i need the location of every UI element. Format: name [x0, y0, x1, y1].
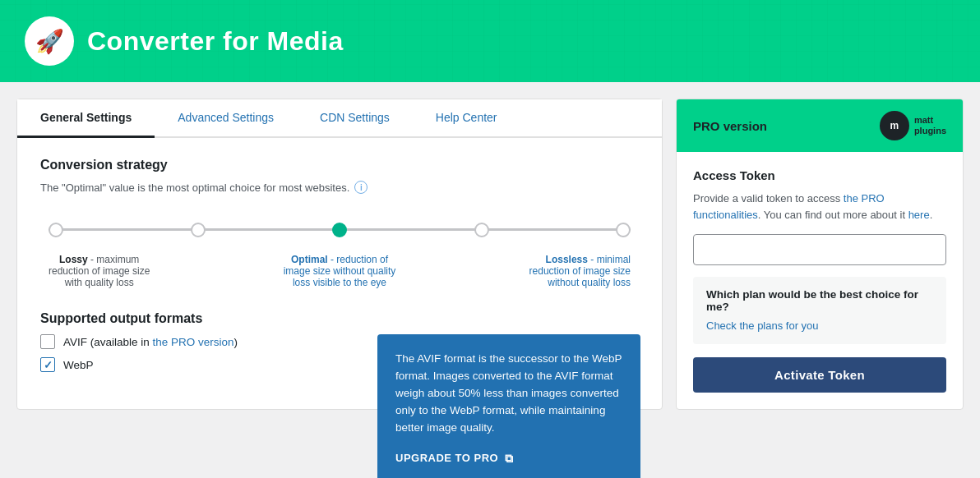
- pro-panel-header: PRO version m mattplugins: [677, 99, 963, 152]
- pro-version-link[interactable]: the PRO version: [153, 336, 234, 348]
- matt-circle-icon: m: [880, 111, 909, 140]
- info-icon[interactable]: i: [354, 181, 368, 194]
- formats-title: Supported output formats: [40, 311, 639, 326]
- slider-label-lossless: Lossless - minimalreduction of image siz…: [529, 254, 631, 288]
- access-token-desc: Provide a valid token to access the PRO …: [693, 191, 946, 223]
- upgrade-label: UPGRADE TO PRO: [395, 450, 498, 467]
- main-container: General Settings Advanced Settings CDN S…: [0, 82, 980, 426]
- conversion-slider[interactable]: Lossy - maximumreduction of image sizewi…: [40, 212, 639, 288]
- matt-plugins-text: mattplugins: [914, 115, 946, 136]
- slider-dot-lossy[interactable]: [49, 223, 63, 237]
- format-item-webp: ✓ WebP: [40, 357, 238, 372]
- format-item-avif: AVIF (available in the PRO version): [40, 334, 238, 349]
- conversion-desc: The "Optimal" value is the most optimal …: [40, 181, 639, 194]
- avif-box-text: The AVIF format is the successor to the …: [395, 351, 622, 437]
- plan-question: Which plan would be the best choice for …: [706, 288, 933, 313]
- slider-dot-2[interactable]: [191, 223, 206, 237]
- rocket-icon: 🚀: [35, 28, 64, 55]
- header-content: 🚀 Converter for Media: [25, 16, 344, 66]
- formats-row: AVIF (available in the PRO version) ✓ We…: [40, 334, 639, 380]
- tab-help-center[interactable]: Help Center: [413, 99, 520, 138]
- content-area: Conversion strategy The "Optimal" value …: [17, 138, 662, 400]
- conversion-title: Conversion strategy: [40, 158, 639, 172]
- slider-label-lossy: Lossy - maximumreduction of image sizewi…: [49, 254, 150, 288]
- pro-version-label: PRO version: [693, 119, 767, 133]
- checkbox-avif[interactable]: [40, 334, 55, 349]
- slider-label-optimal: Optimal - reduction ofimage size without…: [284, 254, 396, 288]
- slider-dot-optimal[interactable]: [332, 223, 347, 237]
- token-input[interactable]: [693, 234, 946, 265]
- header: 🚀 Converter for Media: [0, 0, 980, 82]
- format-label-avif: AVIF (available in the PRO version): [63, 336, 238, 348]
- plan-box: Which plan would be the best choice for …: [693, 277, 946, 344]
- tab-general-settings[interactable]: General Settings: [17, 99, 155, 138]
- slider-labels: Lossy - maximumreduction of image sizewi…: [49, 254, 631, 288]
- slider-dot-lossless[interactable]: [616, 223, 631, 237]
- tab-advanced-settings[interactable]: Advanced Settings: [155, 99, 297, 138]
- matt-plugins-logo: m mattplugins: [880, 111, 946, 140]
- upgrade-to-pro-button[interactable]: UPGRADE TO PRO ⧉: [395, 450, 514, 467]
- activate-token-button[interactable]: Activate Token: [693, 357, 946, 393]
- check-plans-link[interactable]: Check the plans for you: [706, 319, 819, 332]
- slider-dot-4[interactable]: [474, 223, 489, 237]
- left-panel: General Settings Advanced Settings CDN S…: [16, 99, 663, 410]
- here-link[interactable]: here: [908, 209, 930, 221]
- checkbox-webp[interactable]: ✓: [40, 357, 55, 372]
- logo-icon: 🚀: [25, 16, 74, 66]
- right-panel: PRO version m mattplugins Access Token P…: [676, 99, 964, 410]
- format-label-webp: WebP: [63, 359, 94, 371]
- formats-list: AVIF (available in the PRO version) ✓ We…: [40, 334, 238, 380]
- formats-section: Supported output formats AVIF (available…: [40, 311, 639, 380]
- pro-panel-content: Access Token Provide a valid token to ac…: [677, 152, 963, 409]
- tab-cdn-settings[interactable]: CDN Settings: [297, 99, 413, 138]
- slider-track: [49, 228, 631, 231]
- slider-wrapper: [49, 212, 631, 247]
- app-title: Converter for Media: [87, 26, 344, 57]
- external-link-icon: ⧉: [505, 450, 514, 467]
- avif-info-box: The AVIF format is the successor to the …: [377, 334, 640, 478]
- slider-dots-row: [49, 223, 631, 237]
- tabs-bar: General Settings Advanced Settings CDN S…: [17, 99, 662, 138]
- access-token-title: Access Token: [693, 168, 946, 182]
